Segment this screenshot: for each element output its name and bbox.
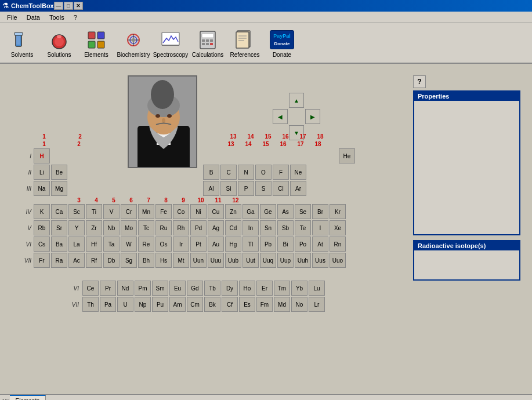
element-P[interactable]: P xyxy=(238,181,254,196)
element-Uus[interactable]: Uus xyxy=(312,253,328,268)
element-Er[interactable]: Er xyxy=(256,281,273,296)
element-Cu[interactable]: Cu xyxy=(208,204,224,219)
element-Uub[interactable]: Uub xyxy=(225,253,241,268)
element-Os[interactable]: Os xyxy=(155,237,172,252)
element-Si[interactable]: Si xyxy=(220,181,237,196)
element-Na[interactable]: Na xyxy=(34,181,50,196)
element-Po[interactable]: Po xyxy=(295,237,311,252)
element-Br[interactable]: Br xyxy=(312,204,328,219)
element-Dy[interactable]: Dy xyxy=(222,281,238,296)
element-Ar[interactable]: Ar xyxy=(290,181,306,196)
element-Ge[interactable]: Ge xyxy=(260,204,276,219)
status-tab-elements[interactable]: Elements xyxy=(10,395,46,400)
element-Cr[interactable]: Cr xyxy=(121,204,137,219)
element-Db[interactable]: Db xyxy=(103,253,120,268)
element-Sb[interactable]: Sb xyxy=(277,220,294,235)
element-Mg[interactable]: Mg xyxy=(51,181,67,196)
element-Fm[interactable]: Fm xyxy=(256,297,273,312)
element-Nb[interactable]: Nb xyxy=(103,220,120,235)
element-Xe[interactable]: Xe xyxy=(330,220,346,235)
element-Se[interactable]: Se xyxy=(295,204,311,219)
element-Rn[interactable]: Rn xyxy=(330,237,346,252)
element-Rf[interactable]: Rf xyxy=(86,253,102,268)
element-Co[interactable]: Co xyxy=(173,204,189,219)
element-Sr[interactable]: Sr xyxy=(51,220,67,235)
solutions-button[interactable]: Solutions xyxy=(42,25,77,61)
element-W[interactable]: W xyxy=(121,237,137,252)
element-Kr[interactable]: Kr xyxy=(330,204,346,219)
element-Ca[interactable]: Ca xyxy=(51,204,67,219)
element-In[interactable]: In xyxy=(243,220,259,235)
element-Bk[interactable]: Bk xyxy=(204,297,220,312)
element-Mn[interactable]: Mn xyxy=(138,204,154,219)
menu-help[interactable]: ? xyxy=(69,13,82,22)
element-Nd[interactable]: Nd xyxy=(117,281,133,296)
element-O[interactable]: O xyxy=(255,165,272,180)
element-Bh[interactable]: Bh xyxy=(138,253,154,268)
spectroscopy-button[interactable]: Spectroscopy xyxy=(153,25,188,61)
element-Al[interactable]: Al xyxy=(203,181,219,196)
element-Be[interactable]: Be xyxy=(51,165,67,180)
elements-button[interactable]: Elements xyxy=(79,25,114,61)
maximize-button[interactable]: □ xyxy=(64,2,73,10)
element-Bi[interactable]: Bi xyxy=(277,237,294,252)
element-Uut[interactable]: Uut xyxy=(243,253,259,268)
element-Pr[interactable]: Pr xyxy=(100,281,116,296)
element-Cl[interactable]: Cl xyxy=(273,181,289,196)
element-Ga[interactable]: Ga xyxy=(243,204,259,219)
element-Cm[interactable]: Cm xyxy=(187,297,203,312)
element-Ac[interactable]: Ac xyxy=(68,253,85,268)
arrow-right-button[interactable]: ▶ xyxy=(305,109,320,124)
element-H[interactable]: H xyxy=(34,148,50,163)
element-Lr[interactable]: Lr xyxy=(309,297,325,312)
element-At[interactable]: At xyxy=(312,237,328,252)
element-Ta[interactable]: Ta xyxy=(103,237,120,252)
menu-data[interactable]: Data xyxy=(22,13,45,22)
element-He[interactable]: He xyxy=(339,148,355,163)
element-As[interactable]: As xyxy=(277,204,294,219)
element-V[interactable]: V xyxy=(103,204,120,219)
element-Mt[interactable]: Mt xyxy=(173,253,189,268)
minimize-button[interactable]: — xyxy=(54,2,63,10)
element-Pu[interactable]: Pu xyxy=(152,297,168,312)
element-Ag[interactable]: Ag xyxy=(208,220,224,235)
element-Ne[interactable]: Ne xyxy=(290,165,306,180)
element-Eu[interactable]: Eu xyxy=(169,281,186,296)
element-Y[interactable]: Y xyxy=(68,220,85,235)
help-button[interactable]: ? xyxy=(413,75,426,88)
element-Ir[interactable]: Ir xyxy=(173,237,189,252)
menu-tools[interactable]: Tools xyxy=(45,13,69,22)
element-Pt[interactable]: Pt xyxy=(190,237,207,252)
element-Rh[interactable]: Rh xyxy=(173,220,189,235)
element-Sm[interactable]: Sm xyxy=(152,281,168,296)
element-Li[interactable]: Li xyxy=(34,165,50,180)
element-Tc[interactable]: Tc xyxy=(138,220,154,235)
menu-file[interactable]: File xyxy=(2,13,22,22)
element-Sg[interactable]: Sg xyxy=(121,253,137,268)
element-La[interactable]: La xyxy=(68,237,85,252)
element-Hf[interactable]: Hf xyxy=(86,237,102,252)
element-Sn[interactable]: Sn xyxy=(260,220,276,235)
element-Pa[interactable]: Pa xyxy=(100,297,116,312)
element-Cf[interactable]: Cf xyxy=(222,297,238,312)
element-Ho[interactable]: Ho xyxy=(239,281,255,296)
element-S[interactable]: S xyxy=(255,181,272,196)
element-Lu[interactable]: Lu xyxy=(309,281,325,296)
element-U[interactable]: U xyxy=(117,297,133,312)
biochemistry-button[interactable]: Biochemistry xyxy=(116,25,151,61)
element-Am[interactable]: Am xyxy=(169,297,186,312)
element-Ba[interactable]: Ba xyxy=(51,237,67,252)
element-Zr[interactable]: Zr xyxy=(86,220,102,235)
element-Cd[interactable]: Cd xyxy=(225,220,241,235)
element-Mo[interactable]: Mo xyxy=(121,220,137,235)
element-Uuo[interactable]: Uuo xyxy=(330,253,346,268)
element-Uun[interactable]: Uun xyxy=(190,253,207,268)
element-Gd[interactable]: Gd xyxy=(187,281,203,296)
element-F[interactable]: F xyxy=(273,165,289,180)
donate-button[interactable]: PayPal Donate Donate xyxy=(265,25,299,61)
element-Tm[interactable]: Tm xyxy=(274,281,290,296)
element-Te[interactable]: Te xyxy=(295,220,311,235)
element-Uup[interactable]: Uup xyxy=(277,253,294,268)
element-Ru[interactable]: Ru xyxy=(155,220,172,235)
element-Fe[interactable]: Fe xyxy=(155,204,172,219)
